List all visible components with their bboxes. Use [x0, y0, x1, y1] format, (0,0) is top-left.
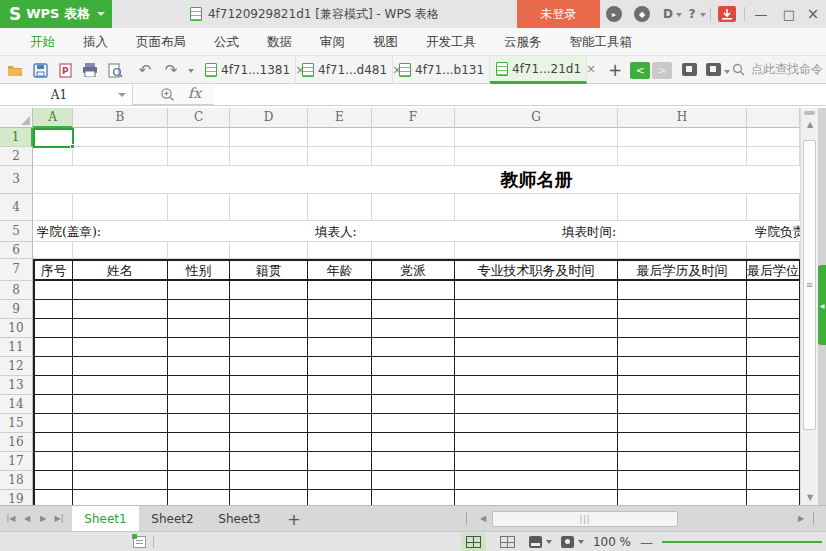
table-cell[interactable] — [308, 452, 372, 471]
table-cell[interactable] — [455, 376, 618, 395]
table-cell[interactable] — [33, 338, 73, 357]
sidebar-collapse-tab[interactable]: ◀ — [818, 265, 826, 345]
table-cell[interactable] — [372, 414, 455, 433]
table-cell[interactable] — [230, 300, 308, 319]
last-sheet-button[interactable]: ▶| — [52, 511, 66, 527]
tab-nav-forward-button[interactable]: > — [652, 62, 672, 79]
cell[interactable] — [230, 128, 308, 147]
table-header-cell[interactable]: 年龄 — [308, 259, 372, 281]
table-cell[interactable] — [73, 433, 168, 452]
row-header-8[interactable]: 8 — [0, 281, 33, 300]
table-cell[interactable] — [308, 471, 372, 490]
row-header-13[interactable]: 13 — [0, 376, 33, 395]
table-cell[interactable] — [168, 319, 230, 338]
print-preview-icon[interactable] — [106, 61, 124, 79]
row-header-17[interactable]: 17 — [0, 452, 33, 471]
table-cell[interactable] — [230, 490, 308, 505]
table-cell[interactable] — [747, 319, 800, 338]
sheet-tab-Sheet1[interactable]: Sheet1 — [72, 506, 139, 532]
table-cell[interactable] — [230, 395, 308, 414]
column-header-G[interactable]: G — [455, 108, 618, 128]
row-header-7[interactable]: 7 — [0, 259, 33, 281]
cell[interactable] — [372, 128, 455, 147]
row-header-3[interactable]: 3 — [0, 166, 33, 194]
merged-title-row[interactable] — [33, 166, 800, 194]
row-header-11[interactable]: 11 — [0, 338, 33, 357]
cell[interactable] — [73, 147, 168, 166]
chevron-down-icon[interactable] — [546, 540, 552, 544]
table-cell[interactable] — [230, 471, 308, 490]
table-cell[interactable] — [618, 338, 747, 357]
tab-close-icon[interactable]: × — [586, 62, 596, 76]
d-tools-icon[interactable]: D — [660, 6, 676, 22]
cell[interactable] — [372, 194, 455, 221]
table-cell[interactable] — [747, 395, 800, 414]
close-button[interactable]: × — [802, 0, 824, 28]
menu-云服务[interactable]: 云服务 — [490, 28, 556, 55]
table-cell[interactable] — [73, 395, 168, 414]
menu-开始[interactable]: 开始 — [16, 28, 69, 55]
table-cell[interactable] — [747, 338, 800, 357]
table-cell[interactable] — [618, 300, 747, 319]
toolbar-more-icon[interactable] — [188, 69, 194, 73]
page-layout-view-button[interactable] — [529, 536, 542, 548]
table-cell[interactable] — [73, 471, 168, 490]
undo-icon[interactable]: ↶ — [136, 61, 154, 79]
table-cell[interactable] — [168, 338, 230, 357]
table-cell[interactable] — [33, 281, 73, 300]
vertical-scroll-thumb[interactable]: ≡ — [803, 140, 816, 430]
table-cell[interactable] — [33, 357, 73, 376]
row-header-6[interactable]: 6 — [0, 242, 33, 259]
table-cell[interactable] — [308, 319, 372, 338]
table-cell[interactable] — [73, 376, 168, 395]
column-header-C[interactable]: C — [168, 108, 230, 128]
doc-tab-1[interactable]: 4f71...1381× — [199, 56, 296, 84]
table-cell[interactable] — [308, 433, 372, 452]
menu-页面布局[interactable]: 页面布局 — [122, 28, 200, 55]
print-icon[interactable] — [81, 61, 99, 79]
menu-数据[interactable]: 数据 — [253, 28, 306, 55]
table-cell[interactable] — [372, 281, 455, 300]
table-cell[interactable] — [455, 281, 618, 300]
table-cell[interactable] — [33, 414, 73, 433]
table-cell[interactable] — [618, 433, 747, 452]
table-header-cell[interactable]: 专业技术职务及时间 — [455, 259, 618, 281]
table-cell[interactable] — [230, 319, 308, 338]
login-button[interactable]: 未登录 — [517, 0, 600, 28]
row-header-16[interactable]: 16 — [0, 433, 33, 452]
table-cell[interactable] — [618, 357, 747, 376]
table-cell[interactable] — [308, 300, 372, 319]
table-cell[interactable] — [618, 395, 747, 414]
table-cell[interactable] — [455, 471, 618, 490]
table-cell[interactable] — [33, 395, 73, 414]
table-cell[interactable] — [308, 414, 372, 433]
table-cell[interactable] — [73, 300, 168, 319]
horizontal-scroll-thumb[interactable]: ||| — [492, 511, 678, 527]
table-cell[interactable] — [372, 357, 455, 376]
table-cell[interactable] — [168, 376, 230, 395]
chevron-down-icon[interactable] — [724, 70, 730, 74]
table-cell[interactable] — [33, 376, 73, 395]
table-header-cell[interactable]: 序号 — [33, 259, 73, 281]
cell[interactable] — [618, 242, 747, 259]
first-sheet-button[interactable]: |◀ — [4, 511, 18, 527]
next-sheet-button[interactable]: ▶ — [36, 511, 50, 527]
column-header-H[interactable]: H — [618, 108, 747, 128]
table-cell[interactable] — [230, 376, 308, 395]
cell[interactable] — [747, 147, 800, 166]
table-cell[interactable] — [618, 490, 747, 505]
new-document-tab-button[interactable]: + — [604, 59, 626, 81]
export-pdf-icon[interactable]: P — [56, 61, 74, 79]
cell[interactable] — [33, 194, 73, 221]
cell[interactable] — [33, 242, 73, 259]
table-cell[interactable] — [372, 338, 455, 357]
scroll-down-arrow[interactable]: ▼ — [801, 491, 819, 505]
table-cell[interactable] — [33, 490, 73, 505]
table-cell[interactable] — [372, 433, 455, 452]
table-cell[interactable] — [372, 395, 455, 414]
row-header-19[interactable]: 19 — [0, 490, 33, 505]
table-cell[interactable] — [230, 452, 308, 471]
scroll-up-arrow[interactable]: ▲ — [801, 118, 819, 132]
table-cell[interactable] — [747, 281, 800, 300]
open-folder-icon[interactable] — [6, 61, 24, 79]
